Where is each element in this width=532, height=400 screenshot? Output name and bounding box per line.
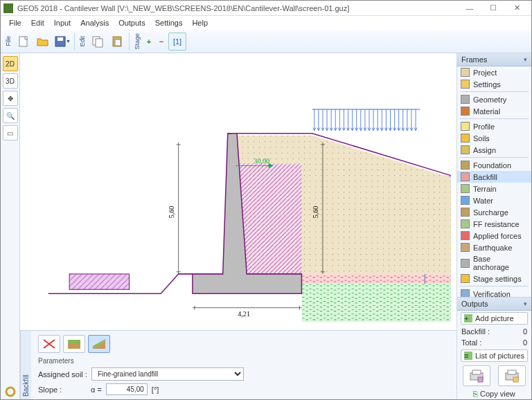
parameters-label: Parameters: [38, 357, 450, 365]
frame-assign[interactable]: Assign: [457, 144, 531, 156]
view-3d-button[interactable]: 3D: [3, 73, 18, 89]
menu-help[interactable]: Help: [188, 17, 212, 28]
frame-item-label: Backfill: [473, 173, 497, 181]
frame-material[interactable]: Material: [457, 105, 531, 117]
frame-earthquake[interactable]: Earthquake: [457, 242, 531, 253]
stage-add-button[interactable]: +: [143, 33, 154, 51]
frame-geometry[interactable]: Geometry: [457, 93, 531, 105]
view-2d-button[interactable]: 2D: [3, 56, 18, 71]
frame-verification[interactable]: Verification: [457, 288, 531, 297]
frame-item-icon: [461, 243, 470, 252]
outputs-backfill-count: Backfill :0: [457, 326, 531, 337]
new-file-button[interactable]: [15, 33, 33, 51]
maximize-button[interactable]: ☐: [481, 1, 505, 15]
svg-text:4,21: 4,21: [238, 310, 250, 318]
stage-remove-button[interactable]: −: [156, 33, 167, 51]
frame-item-icon: [461, 122, 470, 131]
menu-analysis[interactable]: Analysis: [76, 17, 113, 28]
frame-foundation[interactable]: Foundation: [457, 159, 531, 171]
svg-text:5,60: 5,60: [168, 206, 175, 219]
svg-text:30,00: 30,00: [254, 157, 269, 165]
right-panel: Frames▾ ProjectSettingsGeometryMaterialP…: [456, 53, 531, 399]
frame-item-label: Stage settings: [473, 275, 522, 283]
view-zoom-button[interactable]: 🔍: [3, 108, 18, 123]
svg-rect-39: [68, 340, 80, 343]
backfill-tab[interactable]: Backfill: [20, 331, 31, 399]
frame-item-label: Geometry: [473, 96, 506, 104]
menu-settings[interactable]: Settings: [151, 17, 187, 28]
minimize-button[interactable]: —: [458, 1, 481, 15]
frame-soils[interactable]: Soils: [457, 132, 531, 144]
view-tools: 2D3D✥🔍▭: [1, 53, 20, 399]
frame-item-icon: [461, 259, 470, 268]
frame-water[interactable]: Water: [457, 194, 531, 206]
print-geometry-button[interactable]: [463, 365, 490, 386]
frame-item-icon: [461, 80, 470, 89]
app-icon: [3, 3, 13, 13]
print-results-button[interactable]: [498, 365, 526, 386]
slope-label: Slope :: [38, 385, 87, 394]
assigned-soil-label: Assigned soil :: [38, 370, 87, 379]
backfill-mode-none[interactable]: [38, 335, 60, 353]
frame-base-anchorage[interactable]: Base anchorage: [457, 253, 531, 273]
menu-file[interactable]: File: [5, 17, 26, 28]
frame-item-label: Assign: [473, 146, 496, 154]
svg-text:5,60: 5,60: [312, 206, 319, 219]
outputs-header[interactable]: Outputs▾: [457, 298, 531, 311]
frame-item-icon: [461, 289, 470, 297]
drawing-canvas[interactable]: 1,000,801,501,00: [20, 53, 456, 330]
add-picture-button[interactable]: +Add picture: [461, 312, 528, 325]
frame-item-icon: [461, 134, 470, 143]
menu-edit[interactable]: Edit: [27, 17, 48, 28]
main-toolbar: File ▼ Edit Stage + − [1]: [1, 30, 531, 53]
frame-item-label: Material: [473, 107, 500, 116]
frame-item-icon: [461, 231, 470, 240]
frame-item-label: Profile: [473, 122, 495, 131]
frame-item-label: Water: [473, 197, 493, 205]
frame-item-label: Settings: [473, 80, 501, 89]
svg-rect-41: [472, 370, 481, 374]
stage-1-tab[interactable]: [1]: [168, 33, 186, 51]
frame-item-icon: [461, 219, 470, 228]
frame-backfill[interactable]: Backfill: [457, 171, 531, 183]
frame-surcharge[interactable]: Surcharge: [457, 206, 531, 218]
close-button[interactable]: ✕: [505, 1, 529, 15]
frames-header[interactable]: Frames▾: [457, 53, 531, 66]
svg-rect-42: [478, 377, 483, 382]
frame-item-label: Soils: [473, 134, 490, 143]
frame-item-label: Verification: [473, 290, 511, 298]
paste-button[interactable]: [108, 33, 126, 51]
frame-settings[interactable]: Settings: [457, 78, 531, 90]
list-of-pictures-button[interactable]: ≡List of pictures: [461, 349, 528, 362]
slope-input[interactable]: [106, 383, 148, 395]
backfill-mode-flat[interactable]: [63, 335, 85, 353]
frame-stage-settings[interactable]: Stage settings: [457, 273, 531, 284]
view-sel-button[interactable]: ▭: [3, 125, 18, 140]
frame-item-label: Surcharge: [473, 208, 508, 217]
menu-bar: FileEditInputAnalysisOutputsSettingsHelp: [1, 16, 531, 30]
frame-item-icon: [461, 208, 470, 217]
frame-applied-forces[interactable]: Applied forces: [457, 230, 531, 242]
frame-ff-resistance[interactable]: FF resistance: [457, 218, 531, 230]
menu-input[interactable]: Input: [50, 17, 75, 28]
frame-profile[interactable]: Profile: [457, 120, 531, 132]
collapse-icon: ▾: [524, 56, 527, 63]
frame-item-icon: [461, 161, 470, 170]
assigned-soil-select[interactable]: Fine-grained landfill: [91, 367, 244, 381]
frame-item-icon: [461, 145, 470, 154]
copy-button[interactable]: [89, 33, 107, 51]
toolbar-group-stage: Stage: [132, 33, 142, 50]
frame-item-icon: [461, 274, 470, 283]
frame-project[interactable]: Project: [457, 66, 531, 78]
view-move-button[interactable]: ✥: [3, 91, 18, 106]
copy-view-link[interactable]: ⎘ Copy view: [457, 388, 531, 399]
menu-outputs[interactable]: Outputs: [114, 17, 150, 28]
slope-unit: [°]: [152, 385, 159, 394]
save-file-button[interactable]: ▼: [53, 33, 71, 51]
svg-rect-45: [513, 377, 518, 382]
frame-terrain[interactable]: Terrain: [457, 183, 531, 194]
open-file-button[interactable]: [34, 33, 52, 51]
backfill-mode-slope[interactable]: [88, 335, 110, 353]
toolbar-group-file: File: [3, 36, 13, 46]
settings-gear-button[interactable]: [3, 384, 18, 399]
